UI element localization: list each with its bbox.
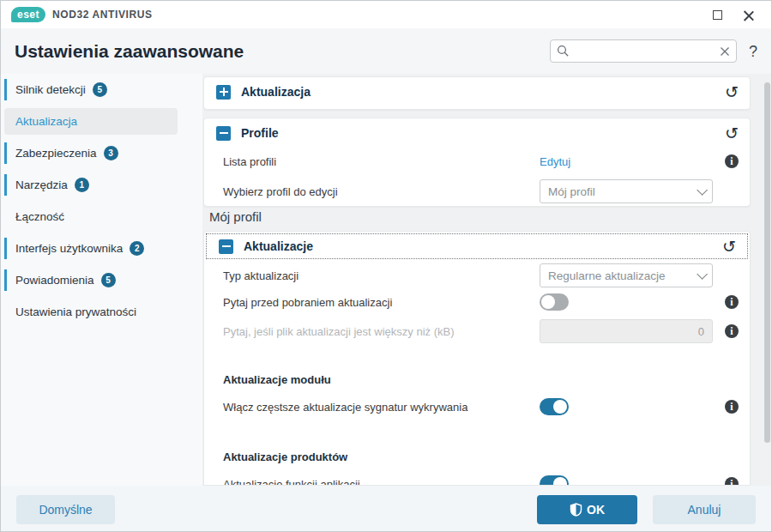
section-header[interactable]: Aktualizacja ↺ [204, 77, 750, 106]
select-profile-label: Wybierz profil do edycji [223, 185, 540, 198]
search-icon [557, 45, 570, 57]
frequent-updates-row: Włącz częstsze aktualizacje sygnatur wyk… [204, 392, 750, 421]
sidebar-badge: 3 [104, 146, 118, 160]
reset-icon[interactable]: ↺ [725, 125, 739, 142]
ok-button[interactable]: OK [537, 495, 637, 524]
reset-icon[interactable]: ↺ [722, 239, 736, 255]
sidebar-item-label: Narzędzia [15, 178, 68, 191]
app-feature-updates-toggle[interactable] [540, 475, 569, 486]
sidebar-item-label: Łączność [15, 210, 64, 223]
ask-size-label: Pytaj, jeśli plik aktualizacji jest więk… [223, 325, 540, 338]
main-panel: Aktualizacja ↺ Profile ↺ Lista profili E… [202, 74, 772, 486]
sidebar-item-zabezpieczenia[interactable]: Zabezpieczenia 3 [1, 137, 202, 169]
collapse-icon[interactable] [219, 239, 233, 254]
sidebar-badge: 2 [130, 241, 144, 256]
ask-before-download-toggle[interactable] [540, 293, 569, 311]
header: Ustawienia zaawansowane ? [1, 28, 771, 74]
sidebar-badge: 1 [75, 178, 89, 192]
section-aktualizacje: Aktualizacje ↺ Typ aktualizacji Regularn… [203, 231, 751, 486]
maximize-button[interactable] [711, 9, 723, 21]
section-header[interactable]: Profile ↺ [204, 118, 750, 148]
sidebar: Silnik detekcji 5 Aktualizacja Zabezpiec… [1, 74, 202, 486]
frequent-updates-toggle[interactable] [540, 398, 569, 415]
ask-before-download-label: Pytaj przed pobraniem aktualizacji [223, 296, 540, 309]
brand: eset NOD32 ANTIVIRUS [11, 7, 153, 22]
profile-list-row: Lista profili Edytuj i [204, 148, 750, 174]
sidebar-badge: 5 [93, 82, 107, 97]
help-icon[interactable]: ? [749, 44, 757, 59]
ask-before-download-row: Pytaj przed pobraniem aktualizacji i [204, 289, 750, 315]
sidebar-item-label: Interfejs użytkownika [15, 242, 123, 255]
sidebar-item-narzedzia[interactable]: Narzędzia 1 [1, 169, 202, 201]
search-input[interactable] [575, 45, 715, 57]
ok-button-label: OK [587, 503, 605, 517]
sidebar-item-aktualizacja[interactable]: Aktualizacja [1, 106, 202, 137]
sidebar-item-label: Ustawienia prywatności [15, 305, 136, 318]
info-icon[interactable]: i [725, 295, 739, 309]
window-title: NOD32 ANTIVIRUS [52, 9, 153, 21]
eset-advanced-settings-window: { "window": { "brand": "eset", "title": … [0, 0, 772, 532]
collapse-icon[interactable] [216, 126, 231, 141]
sidebar-item-powiadomienia[interactable]: Powiadomienia 5 [1, 264, 202, 296]
defaults-button[interactable]: Domyślne [16, 495, 115, 524]
section-header-focused[interactable]: Aktualizacje ↺ [206, 233, 748, 259]
update-type-value: Regularne aktualizacje [548, 269, 666, 282]
sidebar-item-label: Silnik detekcji [15, 83, 86, 96]
chevron-down-icon [697, 269, 708, 280]
sidebar-item-label: Zabezpieczenia [15, 147, 97, 160]
header-right: ? [550, 39, 757, 63]
section-title: Profile [241, 126, 279, 140]
close-button[interactable] [742, 9, 754, 21]
sidebar-item-ustawienia-prywatnosci[interactable]: Ustawienia prywatności [1, 296, 202, 328]
chevron-down-icon [697, 184, 708, 196]
sidebar-item-silnik-detekcji[interactable]: Silnik detekcji 5 [1, 74, 202, 106]
search-box[interactable] [550, 39, 737, 63]
expand-icon[interactable] [216, 85, 231, 100]
maximize-icon [713, 10, 722, 20]
info-icon[interactable]: i [725, 324, 739, 338]
eset-logo: eset [11, 7, 45, 22]
sidebar-item-label: Aktualizacja [15, 115, 77, 128]
search-clear-icon[interactable] [720, 46, 730, 57]
info-icon[interactable]: i [725, 154, 739, 168]
profile-heading: Mój profil [209, 209, 262, 224]
section-aktualizacja-collapsed: Aktualizacja ↺ [203, 76, 751, 110]
frequent-updates-label: Włącz częstsze aktualizacje sygnatur wyk… [223, 401, 540, 414]
product-updates-heading: Aktualizacje produktów [204, 450, 750, 463]
section-title: Aktualizacja [241, 85, 311, 99]
window-controls [711, 9, 761, 21]
profile-select[interactable]: Mój profil [540, 179, 713, 203]
profile-select-value: Mój profil [548, 185, 595, 198]
close-icon [743, 9, 754, 21]
footer: Domyślne OK Anuluj [1, 486, 771, 532]
reset-icon[interactable]: ↺ [725, 84, 739, 100]
page-title: Ustawienia zaawansowane [15, 41, 244, 62]
sidebar-item-lacznosc[interactable]: Łączność [1, 201, 202, 233]
ask-size-row: Pytaj, jeśli plik aktualizacji jest więk… [204, 318, 750, 344]
cancel-button[interactable]: Anuluj [653, 495, 756, 524]
info-icon[interactable]: i [725, 400, 739, 414]
scrollbar-thumb[interactable] [764, 82, 770, 443]
app-feature-updates-label: Aktualizacje funkcji aplikacji [223, 478, 540, 487]
sidebar-badge: 5 [101, 273, 116, 287]
info-icon[interactable]: i [725, 477, 739, 486]
section-profile: Profile ↺ Lista profili Edytuj i Wybierz… [203, 118, 751, 207]
sidebar-item-label: Powiadomienia [15, 274, 94, 287]
update-type-label: Typ aktualizacji [223, 269, 540, 282]
edit-link[interactable]: Edytuj [540, 155, 570, 168]
app-feature-updates-row: Aktualizacje funkcji aplikacji i [204, 469, 750, 486]
vertical-scrollbar[interactable] [763, 78, 770, 481]
ask-size-input[interactable] [540, 319, 713, 343]
update-type-row: Typ aktualizacji Regularne aktualizacje [204, 263, 750, 288]
module-updates-heading: Aktualizacje modułu [204, 373, 750, 386]
section-title: Aktualizacje [244, 239, 313, 253]
uac-shield-icon [570, 503, 582, 517]
profile-list-label: Lista profili [223, 155, 540, 168]
select-profile-row: Wybierz profil do edycji Mój profil [204, 178, 750, 204]
update-type-select[interactable]: Regularne aktualizacje [540, 263, 713, 287]
titlebar: eset NOD32 ANTIVIRUS [1, 1, 771, 28]
sidebar-item-interfejs-uzytkownika[interactable]: Interfejs użytkownika 2 [1, 233, 202, 264]
